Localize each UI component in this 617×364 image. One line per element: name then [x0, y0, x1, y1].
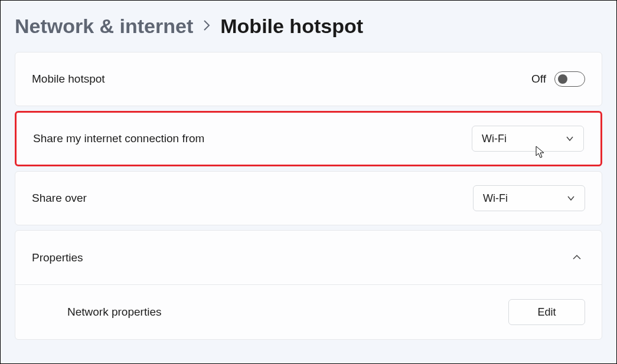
properties-header[interactable]: Properties	[15, 231, 602, 285]
breadcrumb-current: Mobile hotspot	[220, 15, 363, 38]
share-over-row: Share over Wi-Fi	[15, 171, 602, 225]
share-over-label: Share over	[32, 192, 87, 205]
chevron-right-icon	[203, 18, 211, 35]
network-properties-row: Network properties Edit	[15, 285, 602, 339]
share-from-label: Share my internet connection from	[33, 132, 204, 145]
toggle-state-text: Off	[531, 73, 546, 86]
hotspot-toggle-row: Mobile hotspot Off	[15, 52, 602, 106]
hotspot-toggle[interactable]	[554, 71, 585, 87]
toggle-knob-icon	[558, 74, 567, 84]
chevron-down-icon	[566, 135, 574, 143]
share-over-dropdown[interactable]: Wi-Fi	[473, 185, 585, 211]
breadcrumb-parent[interactable]: Network & internet	[15, 15, 193, 38]
share-from-dropdown[interactable]: Wi-Fi	[472, 126, 584, 152]
chevron-down-icon	[567, 194, 575, 203]
breadcrumb: Network & internet Mobile hotspot	[15, 15, 602, 38]
properties-group: Properties Network properties Edit	[15, 230, 602, 340]
chevron-up-icon	[572, 252, 585, 263]
hotspot-label: Mobile hotspot	[32, 73, 105, 86]
share-from-selected: Wi-Fi	[482, 133, 507, 145]
properties-title: Properties	[32, 251, 83, 264]
edit-button[interactable]: Edit	[508, 299, 585, 325]
network-properties-label: Network properties	[32, 306, 161, 319]
share-over-selected: Wi-Fi	[483, 192, 508, 205]
share-from-row: Share my internet connection from Wi-Fi	[15, 111, 602, 166]
